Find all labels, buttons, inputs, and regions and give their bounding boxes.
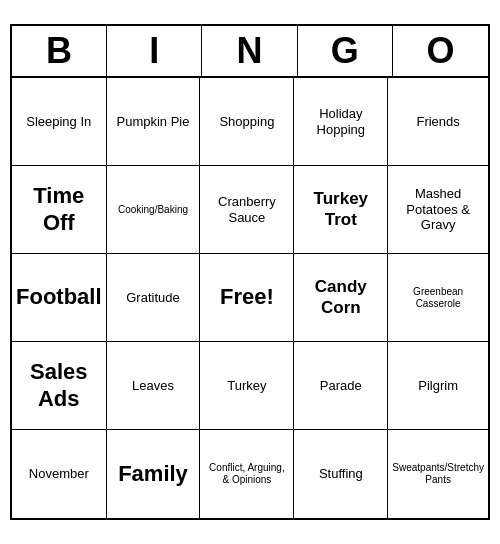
bingo-cell-20: November [12,430,107,518]
bingo-cell-2: Shopping [200,78,294,166]
bingo-cell-13: Candy Corn [294,254,388,342]
bingo-cell-14: Greenbean Casserole [388,254,488,342]
bingo-header: BINGO [12,26,488,78]
bingo-cell-19: Pilgrim [388,342,488,430]
bingo-cell-18: Parade [294,342,388,430]
bingo-cell-1: Pumpkin Pie [107,78,201,166]
bingo-cell-22: Conflict, Arguing, & Opinions [200,430,294,518]
bingo-cell-0: Sleeping In [12,78,107,166]
header-letter-o: O [393,26,488,76]
bingo-cell-4: Friends [388,78,488,166]
bingo-cell-5: Time Off [12,166,107,254]
bingo-cell-23: Stuffing [294,430,388,518]
header-letter-g: G [298,26,393,76]
bingo-cell-12: Free! [200,254,294,342]
bingo-cell-7: Cranberry Sauce [200,166,294,254]
header-letter-n: N [202,26,297,76]
bingo-cell-3: Holiday Hopping [294,78,388,166]
header-letter-i: I [107,26,202,76]
bingo-grid: Sleeping InPumpkin PieShoppingHoliday Ho… [12,78,488,518]
bingo-cell-6: Cooking/Baking [107,166,201,254]
bingo-card: BINGO Sleeping InPumpkin PieShoppingHoli… [10,24,490,520]
bingo-cell-9: Mashed Potatoes & Gravy [388,166,488,254]
header-letter-b: B [12,26,107,76]
bingo-cell-15: Sales Ads [12,342,107,430]
bingo-cell-11: Gratitude [107,254,201,342]
bingo-cell-10: Football [12,254,107,342]
bingo-cell-24: Sweatpants/Stretchy Pants [388,430,488,518]
bingo-cell-17: Turkey [200,342,294,430]
bingo-cell-21: Family [107,430,201,518]
bingo-cell-16: Leaves [107,342,201,430]
bingo-cell-8: Turkey Trot [294,166,388,254]
